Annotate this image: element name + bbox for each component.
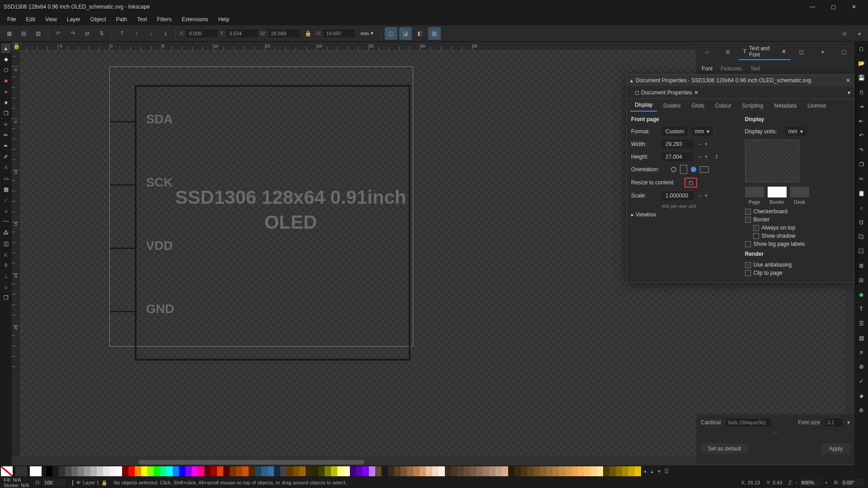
text-sub-tab-font[interactable]: Font — [702, 66, 712, 74]
clip-checkbox[interactable] — [745, 270, 751, 276]
dialog-close-icon[interactable]: ✕ — [846, 77, 850, 84]
shape-builder-tool-icon[interactable]: ⬠ — [1, 65, 11, 75]
palette-swatch[interactable] — [628, 466, 635, 476]
palette-swatch[interactable] — [382, 466, 388, 476]
clone-icon[interactable]: ⿴ — [857, 247, 866, 256]
star-tool-icon[interactable]: ★ — [1, 98, 11, 108]
export-icon[interactable]: ⇤ — [857, 117, 866, 126]
palette-swatch[interactable] — [103, 466, 109, 476]
palette-swatch[interactable] — [198, 466, 204, 476]
palette-swatch[interactable] — [413, 466, 420, 476]
palette-swatch[interactable] — [514, 466, 521, 476]
text-tool-icon[interactable]: A — [1, 163, 11, 173]
pages-tool-icon[interactable]: ❐ — [1, 293, 11, 303]
palette-swatch[interactable] — [135, 466, 141, 476]
raise-top-icon[interactable]: ⤒ — [116, 27, 128, 40]
h-scrollbar[interactable] — [138, 460, 364, 465]
spiral-tool-icon[interactable]: ꩜ — [1, 119, 11, 129]
cut-icon[interactable]: ✂ — [857, 174, 866, 183]
palette-swatch[interactable] — [464, 466, 470, 476]
select-in-layers-icon[interactable]: ▤ — [17, 27, 30, 40]
prop-tab-guides[interactable]: Guides — [659, 100, 685, 112]
palette-swatch[interactable] — [46, 466, 52, 476]
doc-props-icon[interactable]: ◈ — [857, 391, 866, 400]
fill-stroke-icon[interactable]: ◉ — [857, 290, 866, 299]
connector-tool-icon[interactable]: ⟀ — [1, 249, 11, 259]
h-input[interactable] — [323, 29, 355, 38]
palette-swatch[interactable] — [109, 466, 116, 476]
align-tab-icon[interactable]: ≣ — [717, 44, 739, 60]
palette-swatch[interactable] — [616, 466, 622, 476]
empty-swatch[interactable] — [15, 466, 27, 476]
palette-swatch[interactable] — [287, 466, 293, 476]
palette-swatch[interactable] — [439, 466, 445, 476]
palette-swatch[interactable] — [603, 466, 609, 476]
flip-v-icon[interactable]: ⇅ — [95, 27, 108, 40]
palette-swatch[interactable] — [211, 466, 217, 476]
palette-swatch[interactable] — [489, 466, 495, 476]
palette-swatch[interactable] — [249, 466, 255, 476]
lower-bottom-icon[interactable]: ⤓ — [159, 27, 172, 40]
lower-icon[interactable]: ↓ — [145, 27, 157, 40]
palette-swatch[interactable] — [533, 466, 540, 476]
palette-swatch[interactable] — [65, 466, 71, 476]
palette-swatch[interactable] — [559, 466, 565, 476]
x-input[interactable] — [186, 29, 218, 38]
palette-swatch[interactable] — [476, 466, 483, 476]
palette-swatch[interactable] — [223, 466, 230, 476]
desk-color-swatch[interactable] — [790, 187, 809, 197]
copy-icon[interactable]: ❐ — [857, 160, 866, 169]
pen-tool-icon[interactable]: ✒ — [1, 141, 11, 151]
menu-help[interactable]: Help — [214, 14, 234, 24]
antialias-checkbox[interactable] — [745, 262, 751, 268]
palette-swatch[interactable] — [508, 466, 514, 476]
decr-icon[interactable]: − — [697, 141, 703, 147]
menu-path[interactable]: Path — [112, 14, 132, 24]
text-icon[interactable]: T — [857, 305, 866, 314]
palette-swatch[interactable] — [274, 466, 280, 476]
width-input[interactable]: 29.293 — [662, 140, 693, 149]
palette-swatch[interactable] — [128, 466, 135, 476]
palette-swatch[interactable] — [52, 466, 59, 476]
palette-swatch[interactable] — [325, 466, 331, 476]
palette-swatch[interactable] — [217, 466, 223, 476]
ungroup-icon[interactable]: ⊟ — [857, 276, 866, 285]
palette-swatch[interactable] — [609, 466, 616, 476]
palette-swatch[interactable] — [299, 466, 306, 476]
select-all-icon[interactable]: ▦ — [3, 27, 15, 40]
rotate-ccw-icon[interactable]: ↶ — [52, 27, 65, 40]
3dbox-tool-icon[interactable]: ❒ — [1, 108, 11, 118]
palette-swatch[interactable] — [116, 466, 122, 476]
palette-swatch[interactable] — [597, 466, 603, 476]
set-default-button[interactable]: Set as default — [701, 443, 748, 454]
palette-swatch[interactable] — [622, 466, 628, 476]
snap-toggle-icon[interactable]: ◎ — [838, 27, 851, 40]
palette-swatch[interactable] — [590, 466, 597, 476]
palette-swatch[interactable] — [293, 466, 299, 476]
palette-swatch[interactable] — [255, 466, 261, 476]
display-units-select[interactable]: mm▾ — [785, 127, 807, 136]
paste-icon[interactable]: 📋 — [857, 189, 866, 198]
height-input[interactable]: 27.004 — [662, 152, 693, 161]
node-tool-icon[interactable]: ◆ — [1, 54, 11, 64]
fill-value[interactable]: N/A — [13, 477, 21, 483]
palette-swatch[interactable] — [521, 466, 527, 476]
page-color-swatch[interactable] — [745, 187, 764, 197]
decr-icon[interactable]: − — [697, 192, 703, 199]
w-input[interactable] — [268, 29, 300, 38]
palette-swatch[interactable] — [363, 466, 369, 476]
font-style-input[interactable] — [726, 418, 771, 427]
text-sub-tab-features[interactable]: Features — [721, 66, 742, 74]
align-icon[interactable]: ≡ — [857, 348, 866, 357]
palette-swatch[interactable] — [160, 466, 166, 476]
palette-swatch[interactable] — [306, 466, 312, 476]
palette-swatch[interactable] — [375, 466, 382, 476]
measure-tool-icon[interactable]: ⟂ — [1, 271, 11, 281]
dropper-tool-icon[interactable]: ⟋ — [1, 195, 11, 205]
palette-prev-icon[interactable]: ◂ — [641, 468, 648, 474]
format-select[interactable]: Custom — [662, 127, 688, 136]
palette-swatch[interactable] — [552, 466, 559, 476]
link-wh-icon[interactable]: ⇕ — [714, 154, 719, 160]
big-labels-checkbox[interactable] — [745, 241, 751, 247]
palette-swatch[interactable] — [97, 466, 103, 476]
